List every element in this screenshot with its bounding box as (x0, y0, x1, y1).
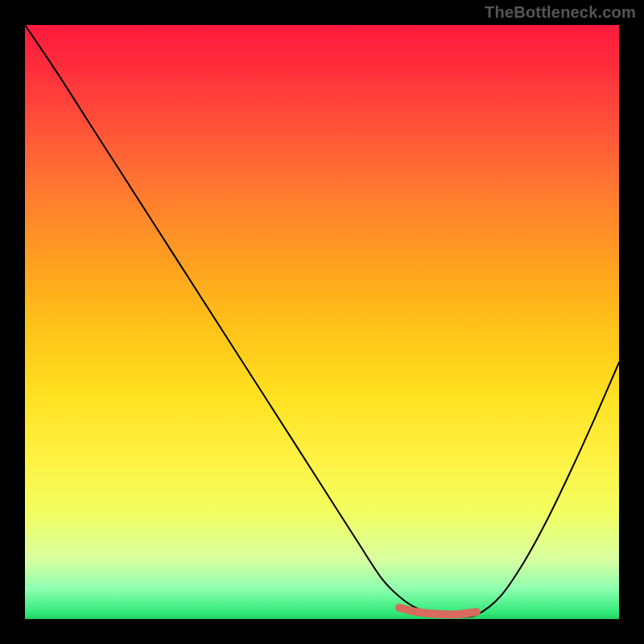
chart-frame: TheBottleneck.com (0, 0, 644, 644)
bottleneck-curve (25, 25, 619, 617)
attribution-text: TheBottleneck.com (485, 3, 636, 22)
optimal-range-highlight (399, 608, 477, 614)
chart-svg (25, 25, 619, 619)
